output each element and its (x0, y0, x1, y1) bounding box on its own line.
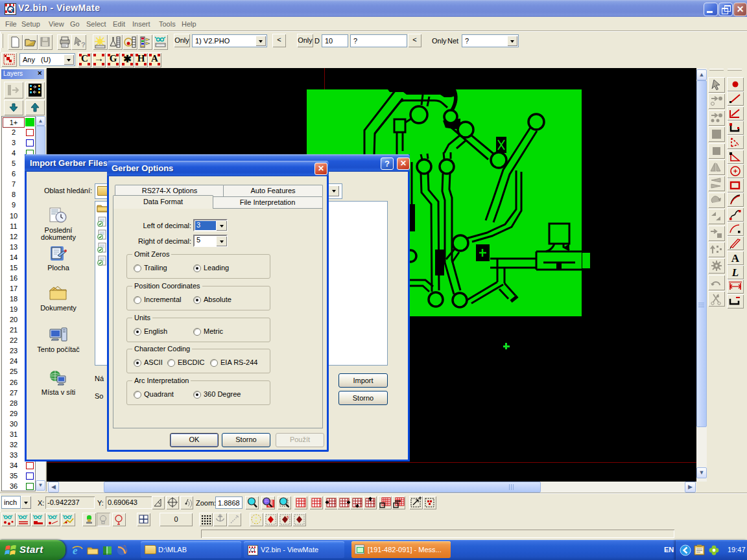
svg-text:A: A (731, 252, 740, 264)
svg-text:s: s (287, 515, 289, 519)
svg-text:?: ? (81, 41, 86, 49)
svg-text:L: L (731, 266, 739, 279)
